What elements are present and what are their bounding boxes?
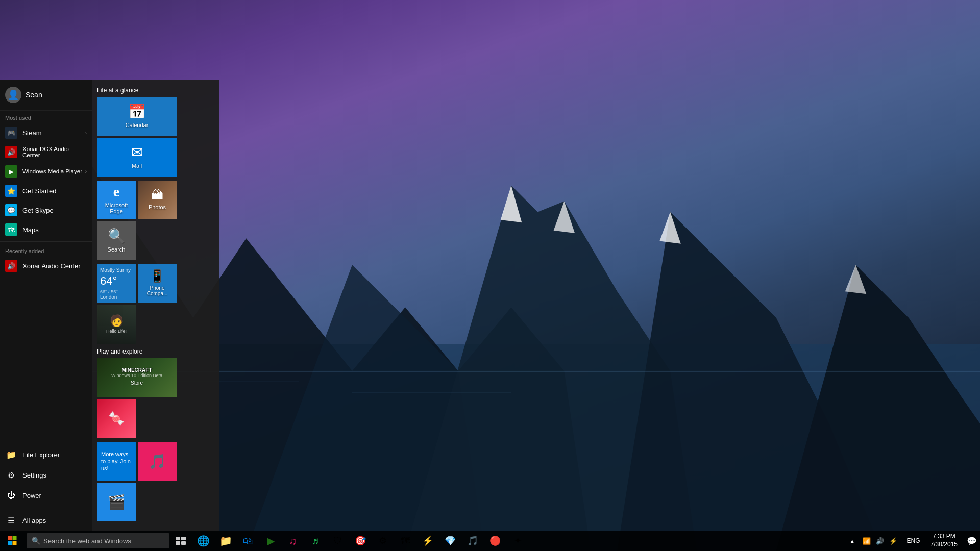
taskbar-app-11[interactable]: 💎 <box>439 531 461 551</box>
file-explorer-item[interactable]: 📁 File Explorer <box>0 444 92 465</box>
tiles-row-3: Mostly Sunny 64° 66° / 55° London � <box>97 264 214 344</box>
taskbar-app12-icon: 🎵 <box>467 535 479 547</box>
tray-network-icon[interactable]: 📶 <box>860 531 873 551</box>
separator-3 <box>0 508 92 508</box>
edge-tile[interactable]: e Microsoft Edge <box>97 181 136 219</box>
photos-tile-icon: 🏔 <box>151 188 163 202</box>
movies-tile[interactable]: 🎬 <box>97 483 136 521</box>
taskbar-explorer-icon: 📁 <box>219 535 232 547</box>
calendar-tile-label: Calendar <box>124 120 151 130</box>
taskbar-app-spotify[interactable]: ♬ <box>304 531 327 551</box>
taskbar-search-bar[interactable]: 🔍 Search the web and Windows <box>27 533 169 548</box>
user-avatar: 👤 <box>5 87 21 103</box>
wmp-icon: ▶ <box>5 165 17 178</box>
candy-crush-tile[interactable]: 🍬 <box>97 399 136 438</box>
svg-rect-18 <box>181 537 186 540</box>
search-tile[interactable]: 🔍 Search <box>97 221 136 260</box>
phone-companion-tile[interactable]: 📱 Phone Compa... <box>138 264 177 303</box>
taskbar-app-wmp[interactable]: ▶ <box>259 531 282 551</box>
taskbar-app-8[interactable]: ⚙ <box>372 531 394 551</box>
candy-crush-icon: 🍬 <box>108 411 125 427</box>
search-tile-label: Search <box>106 244 128 255</box>
taskbar-app-12[interactable]: 🎵 <box>461 531 484 551</box>
svg-rect-12 <box>352 392 511 392</box>
xonar-dgx-icon: 🔊 <box>5 146 17 158</box>
taskbar: 🔍 Search the web and Windows 🌐 📁 🛍 ▶ ♫ <box>0 531 980 551</box>
settings-item[interactable]: ⚙ Settings <box>0 465 92 485</box>
tray-volume-icon[interactable]: 🔊 <box>873 531 887 551</box>
tray-expand-button[interactable]: ▲ <box>848 531 857 551</box>
settings-icon: ⚙ <box>5 469 17 481</box>
tiles-row-5: More ways to play. Join us! 🎵 🎬 <box>97 442 214 521</box>
most-used-label: Most used <box>0 111 92 123</box>
separator-1 <box>0 241 92 242</box>
power-item[interactable]: ⏻ Power <box>0 485 92 506</box>
store-tile-label: Store <box>129 378 145 388</box>
taskbar-app-13[interactable]: 🔴 <box>484 531 506 551</box>
app-item-xonar-dgx[interactable]: 🔊 Xonar DGX Audio Center <box>0 142 92 162</box>
bottom-items: 📁 File Explorer ⚙ Settings ⏻ Power ☰ All… <box>0 440 92 531</box>
app-item-xonar-audio[interactable]: 🔊 Xonar Audio Center <box>0 256 92 276</box>
start-button[interactable] <box>0 531 24 551</box>
taskbar-app-14[interactable]: ✦ <box>506 531 529 551</box>
weather-condition: Mostly Sunny <box>100 267 133 273</box>
taskbar-search-text: Search the web and Windows <box>43 537 131 545</box>
taskbar-app11-icon: 💎 <box>444 535 456 547</box>
tiles-row-4: MINECRAFT Windows 10 Edition Beta Store … <box>97 358 214 438</box>
taskbar-app-explorer[interactable]: 📁 <box>214 531 237 551</box>
svg-rect-14 <box>13 536 17 540</box>
weather-tile[interactable]: Mostly Sunny 64° 66° / 55° London <box>97 264 136 303</box>
start-menu-tiles-panel: Life at a glance 📅 Calendar ✉ Mail e Mic… <box>92 80 219 531</box>
taskbar-app-9[interactable]: 🗺 <box>394 531 416 551</box>
language-indicator[interactable]: ENG <box>903 531 924 551</box>
mail-tile-label: Mail <box>130 161 144 171</box>
photos-tile[interactable]: 🏔 Photos <box>138 181 177 219</box>
skype-icon: 💬 <box>5 204 17 216</box>
minecraft-label: MINECRAFT <box>122 367 152 373</box>
more-ways-tile[interactable]: More ways to play. Join us! <box>97 442 136 481</box>
task-view-button[interactable] <box>169 531 192 551</box>
get-started-icon: ⭐ <box>5 185 17 197</box>
app-item-wmp[interactable]: ▶ Windows Media Player › <box>0 162 92 181</box>
store-minecraft-tile[interactable]: MINECRAFT Windows 10 Edition Beta Store <box>97 358 177 397</box>
taskbar-app-edge[interactable]: 🌐 <box>192 531 214 551</box>
groove-tile[interactable]: 🎵 <box>138 442 177 481</box>
app-item-skype[interactable]: 💬 Get Skype <box>0 201 92 220</box>
action-center-button[interactable]: 💬 <box>964 531 980 551</box>
power-icon: ⏻ <box>5 489 17 502</box>
tray-icons: 📶 🔊 ⚡ <box>857 531 903 551</box>
taskbar-app-store[interactable]: 🛍 <box>237 531 259 551</box>
user-section[interactable]: 👤 Sean <box>0 80 92 111</box>
clock-time: 7:33 PM <box>933 533 955 541</box>
clock-date: 7/30/2015 <box>930 541 958 549</box>
taskbar-right: ▲ 📶 🔊 ⚡ ENG 7:33 PM 7/30/2015 💬 <box>848 531 980 551</box>
weather-temp-display: 64° <box>100 274 133 288</box>
taskbar-app-10[interactable]: ⚡ <box>416 531 439 551</box>
twitter-tile[interactable]: 🧑 Hello Life! <box>97 305 136 344</box>
weather-range: 66° / 55° <box>100 289 133 294</box>
app-item-steam[interactable]: 🎮 Steam › <box>0 123 92 142</box>
maps-icon: 🗺 <box>5 223 17 236</box>
twitter-tile-inner: 🧑 Hello Life! <box>97 305 136 344</box>
all-apps-icon: ☰ <box>5 514 17 527</box>
phone-tile-icon: 📱 <box>150 269 165 283</box>
mail-tile[interactable]: ✉ Mail <box>97 138 177 177</box>
tray-battery-icon[interactable]: ⚡ <box>887 531 900 551</box>
weather-city: London <box>100 294 133 300</box>
svg-rect-17 <box>176 537 180 540</box>
calendar-tile-icon: 📅 <box>128 103 146 120</box>
recently-added-label: Recently added <box>0 244 92 256</box>
clock[interactable]: 7:33 PM 7/30/2015 <box>924 531 964 551</box>
app-item-get-started[interactable]: ⭐ Get Started <box>0 181 92 201</box>
calendar-tile[interactable]: 📅 Calendar <box>97 97 177 136</box>
taskbar-app-7[interactable]: 🎯 <box>349 531 372 551</box>
separator-2 <box>0 442 92 442</box>
user-name: Sean <box>26 91 42 99</box>
app-item-maps[interactable]: 🗺 Maps <box>0 220 92 239</box>
taskbar-app8-icon: ⚙ <box>377 535 389 547</box>
all-apps-item[interactable]: ☰ All apps <box>0 510 92 531</box>
photos-tile-label: Photos <box>146 202 168 212</box>
twitter-tile-face: 🧑 <box>110 314 124 328</box>
taskbar-app-groove[interactable]: ♫ <box>282 531 304 551</box>
taskbar-app-6[interactable]: 🛡 <box>327 531 349 551</box>
